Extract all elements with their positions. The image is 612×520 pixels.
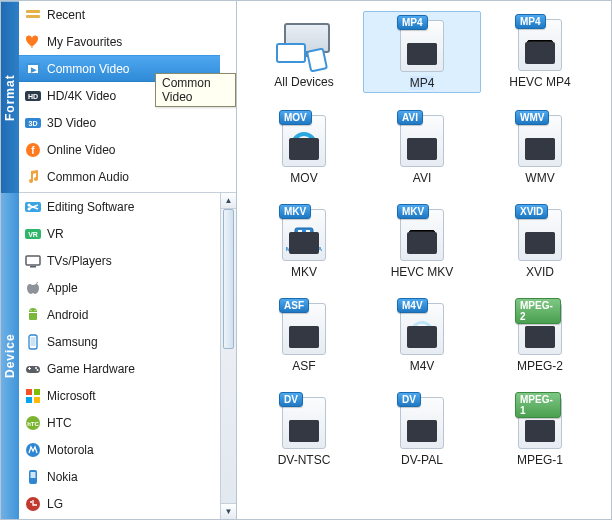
nokia-icon [25,469,41,485]
svg-rect-21 [31,337,36,346]
tab-device[interactable]: Device [1,193,19,519]
sidebar-content: RecentMy Favourites▶Common VideoHDHD/4K … [19,1,236,519]
sidebar-item-label: Online Video [47,143,116,157]
tooltip: Common Video [155,73,236,107]
svg-text:HD: HD [28,93,38,100]
format-cell-dv-ntsc[interactable]: DV DV-NTSC [245,389,363,469]
format-thumb-icon: DV [276,393,332,449]
sidebar-item-editing-software[interactable]: Editing Software [19,193,220,220]
format-panel: RecentMy Favourites▶Common VideoHDHD/4K … [19,1,236,193]
format-cell-avi[interactable]: AVI AVI [363,107,481,187]
format-thumb-icon: ASF [276,299,332,355]
sidebar-item-label: TVs/Players [47,254,112,268]
format-cell-label: MP4 [410,76,435,90]
app-window: Format Device RecentMy Favourites▶Common… [0,0,612,520]
sidebar-item-lg[interactable]: LG [19,490,220,517]
svg-point-25 [35,367,37,369]
format-cell-mpeg-2[interactable]: MPEG-2 MPEG-2 [481,295,599,375]
svg-rect-49 [298,235,310,238]
format-thumb-icon: WMV [512,111,568,167]
svg-point-19 [34,309,35,310]
format-cell-label: DV-PAL [401,453,443,467]
format-cell-mpeg-1[interactable]: MPEG-1 MPEG-1 [481,389,599,469]
music-icon [25,169,41,185]
format-thumb-icon: MOV [276,111,332,167]
tab-format[interactable]: Format [1,1,19,193]
format-cell-hevc-mp4[interactable]: MP4 H.265HEVC HEVC MP4 [481,11,599,93]
samsung-icon [25,334,41,350]
scrollbar-track[interactable] [221,209,236,503]
format-cell-label: XVID [526,265,554,279]
svg-rect-47 [298,230,302,233]
svg-text:VR: VR [28,231,38,238]
scroll-up-icon[interactable]: ▲ [221,193,237,209]
sidebar-item-motorola[interactable]: Motorola [19,436,220,463]
device-scrollbar[interactable]: ▲ ▼ [220,193,236,519]
sidebar-item-blackberry[interactable]: BlackBerry [19,517,220,519]
format-cell-asf[interactable]: ASF ASF [245,295,363,375]
sidebar-item-label: Recent [47,8,85,22]
format-cell-hevc-mkv[interactable]: MKV H.265HEVC HEVC MKV [363,201,481,281]
scrollbar-thumb[interactable] [223,209,234,349]
sidebar-item-label: Apple [47,281,78,295]
svg-point-12 [28,203,31,206]
sidebar-item-nokia[interactable]: Nokia [19,463,220,490]
svg-text:3D: 3D [29,120,38,127]
format-thumb-icon: M4V [394,299,450,355]
hd-icon: HD [25,88,41,104]
sidebar-item-apple[interactable]: Apple [19,274,220,301]
scroll-down-icon[interactable]: ▼ [221,503,237,519]
threeD-icon: 3D [25,115,41,131]
format-thumb-icon: MKV MATROSKA [276,205,332,261]
format-cell-label: M4V [410,359,435,373]
device-panel: Editing SoftwareVRVRTVs/PlayersAppleAndr… [19,193,236,519]
sidebar-item-samsung[interactable]: Samsung [19,328,220,355]
format-cell-dv-pal[interactable]: DV DV-PAL [363,389,481,469]
sidebar-item-label: LG [47,497,63,511]
sidebar-item-label: Common Audio [47,170,129,184]
format-cell-m4v[interactable]: M4V M4V [363,295,481,375]
sidebar-item-game-hardware[interactable]: Game Hardware [19,355,220,382]
sidebar-item-online-video[interactable]: fOnline Video [19,136,220,163]
apple-icon [25,280,41,296]
svg-rect-29 [26,397,32,403]
tv-icon [25,253,41,269]
format-cell-mkv[interactable]: MKV MATROSKA MKV [245,201,363,281]
format-cell-mov[interactable]: MOV MOV [245,107,363,187]
format-cell-label: ASF [292,359,315,373]
sidebar-item-tvs-players[interactable]: TVs/Players [19,247,220,274]
format-thumb-icon: XVID [512,205,568,261]
sidebar-item-label: Microsoft [47,389,96,403]
format-cell-wmv[interactable]: WMV WMV [481,107,599,187]
format-cell-xvid[interactable]: XVID XVID [481,201,599,281]
sidebar-item-label: Editing Software [47,200,134,214]
svg-rect-27 [26,389,32,395]
sidebar-item-common-audio[interactable]: Common Audio [19,163,220,190]
microsoft-icon [25,388,41,404]
format-cell-label: HEVC MKV [391,265,454,279]
format-cell-label: MPEG-2 [517,359,563,373]
svg-rect-45 [295,228,313,240]
sidebar-item-my-favourites[interactable]: My Favourites [19,28,220,55]
sidebar-item-recent[interactable]: Recent [19,1,220,28]
sidebar-item-microsoft[interactable]: Microsoft [19,382,220,409]
format-cell-mp4[interactable]: MP4 MP4 [363,11,481,93]
format-thumb-icon: MPEG-2 [512,299,568,355]
format-thumb-icon: MP4 [394,16,450,72]
recent-icon [25,7,41,23]
sidebar-item-vr[interactable]: VRVR [19,220,220,247]
sidebar-item-label: HTC [47,416,72,430]
sidebar-item-htc[interactable]: hTCHTC [19,409,220,436]
sidebar: Format Device RecentMy Favourites▶Common… [1,1,237,519]
sidebar-item-label: VR [47,227,64,241]
sidebar-item-label: HD/4K Video [47,89,116,103]
sidebar-item-label: Common Video [47,62,130,76]
format-grid-panel: All Devices MP4 MP4 MP4 H.265HEVC HEVC M… [237,1,611,519]
sidebar-item-android[interactable]: Android [19,301,220,328]
format-cell-all-devices[interactable]: All Devices [245,11,363,93]
format-thumb-icon: AVI [394,111,450,167]
sidebar-item-3d-video[interactable]: 3D3D Video [19,109,220,136]
format-thumb-icon: DV [394,393,450,449]
svg-point-26 [37,369,39,371]
device-list: Editing SoftwareVRVRTVs/PlayersAppleAndr… [19,193,220,519]
